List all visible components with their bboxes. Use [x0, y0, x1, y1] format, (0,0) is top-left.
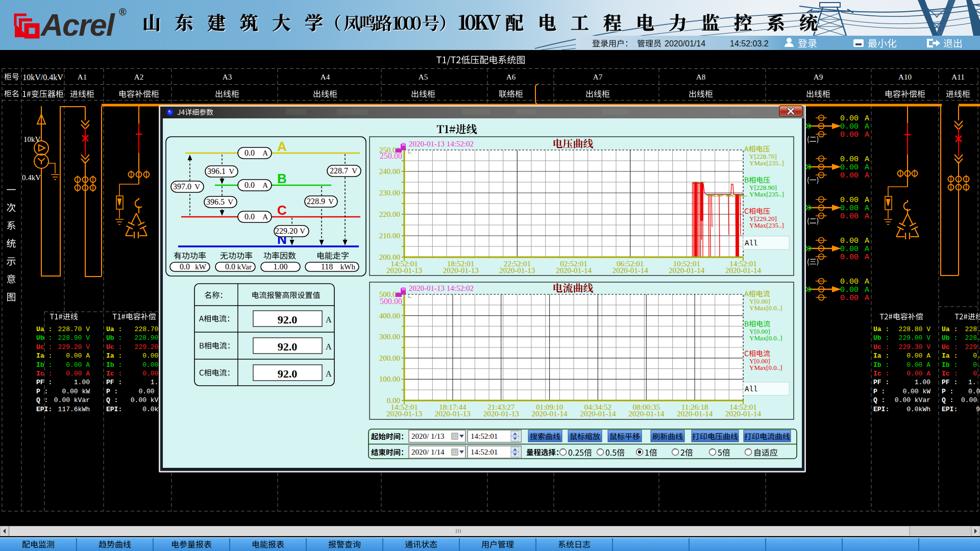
- svg-text:C: C: [277, 203, 287, 218]
- svg-text:kVar: kVar: [237, 263, 252, 271]
- svg-text:228.80 V: 228.80 V: [899, 325, 931, 333]
- svg-text:10kV/0.4kV: 10kV/0.4kV: [22, 73, 63, 82]
- svg-text:0.00 A: 0.00 A: [906, 352, 930, 360]
- svg-text:YMax[235..]: YMax[235..]: [749, 221, 784, 229]
- svg-text:Q :: Q :: [106, 396, 118, 404]
- svg-text:2020-01-14: 2020-01-14: [677, 410, 713, 418]
- svg-text:Q :: Q :: [873, 396, 885, 404]
- svg-text:A2: A2: [134, 73, 143, 81]
- svg-text:0.00 kW: 0.00 kW: [62, 388, 90, 395]
- svg-text:0.00: 0.00: [840, 122, 859, 131]
- svg-text:P :: P :: [942, 388, 953, 395]
- svg-text:A4: A4: [321, 73, 330, 81]
- svg-text:2020/01/14: 2020/01/14: [665, 39, 705, 48]
- svg-text:229.40 V: 229.40 V: [965, 343, 980, 351]
- svg-text:228.80 V: 228.80 V: [965, 325, 980, 333]
- svg-text:1.00: 1.00: [74, 379, 90, 386]
- svg-text:Q :: Q :: [942, 396, 953, 404]
- svg-text:A: A: [865, 294, 869, 303]
- svg-text:0.0: 0.0: [244, 181, 255, 189]
- svg-text:117.6kWh: 117.6kWh: [58, 406, 90, 413]
- svg-text:0.00: 0.00: [840, 294, 859, 303]
- svg-text:A: A: [865, 131, 869, 139]
- svg-text:118: 118: [321, 262, 333, 271]
- svg-text:0.0: 0.0: [244, 148, 255, 157]
- svg-text:Uc :: Uc :: [36, 343, 52, 351]
- svg-text:14:52:03.2: 14:52:03.2: [730, 39, 769, 48]
- svg-text:Q :: Q :: [36, 396, 48, 404]
- svg-text:A10: A10: [898, 73, 912, 81]
- svg-text:Ia :: Ia :: [106, 352, 122, 360]
- svg-text:0.00 A: 0.00 A: [973, 352, 980, 360]
- svg-text:PF :: PF :: [873, 379, 889, 386]
- svg-text:2020/ 1/13: 2020/ 1/13: [411, 432, 445, 440]
- svg-text:220.00: 220.00: [379, 210, 400, 218]
- svg-text:A: A: [865, 286, 869, 294]
- svg-text:YMax[235..]: YMax[235..]: [749, 190, 784, 198]
- svg-text:V: V: [300, 227, 305, 235]
- svg-text:A: A: [865, 114, 869, 123]
- svg-text:9: 9: [976, 406, 980, 413]
- svg-text:YMax[0.0..]: YMax[0.0..]: [749, 304, 782, 312]
- svg-text:0.00: 0.00: [840, 171, 859, 180]
- svg-text:V: V: [228, 198, 233, 206]
- svg-text:A7: A7: [593, 73, 603, 81]
- svg-text:2020-01-13: 2020-01-13: [499, 266, 535, 274]
- svg-text:2020-01-14: 2020-01-14: [628, 410, 664, 418]
- svg-text:500.00: 500.00: [380, 297, 402, 306]
- svg-text:A5: A5: [419, 73, 428, 81]
- svg-text:2020-01-14: 2020-01-14: [725, 410, 761, 418]
- svg-text:Ib :: Ib :: [873, 361, 889, 369]
- svg-text:Ic :: Ic :: [873, 370, 889, 378]
- svg-text:A: A: [326, 369, 332, 378]
- svg-text:0.00 A: 0.00 A: [906, 370, 930, 378]
- svg-text:Ib :: Ib :: [106, 361, 122, 369]
- svg-text:All: All: [745, 239, 757, 247]
- svg-text:YMax[0.0..]: YMax[0.0..]: [749, 334, 782, 342]
- svg-text:Ia :: Ia :: [36, 352, 52, 360]
- svg-text:A: A: [326, 315, 332, 324]
- svg-text:A: A: [262, 213, 268, 221]
- svg-text:Ub :: Ub :: [873, 334, 889, 342]
- svg-text:Ua :: Ua :: [106, 325, 122, 333]
- svg-text:0.00: 0.00: [840, 286, 859, 294]
- svg-text:PF :: PF :: [942, 379, 958, 386]
- svg-text:1.: 1.: [968, 379, 976, 386]
- svg-text:396.1: 396.1: [207, 167, 226, 176]
- svg-text:Uc :: Uc :: [873, 343, 889, 351]
- svg-text:396.5: 396.5: [206, 197, 225, 206]
- svg-text:A1: A1: [78, 73, 87, 81]
- svg-text:EPI:: EPI:: [942, 406, 958, 413]
- svg-text:0.00: 0.00: [840, 245, 859, 254]
- svg-text:92.0: 92.0: [278, 313, 298, 326]
- svg-text:300.00: 300.00: [379, 333, 400, 341]
- svg-text:YMax[235..]: YMax[235..]: [749, 159, 784, 167]
- svg-text:229.30 V: 229.30 V: [899, 343, 931, 351]
- svg-text:A: A: [262, 149, 268, 157]
- svg-text:kW: kW: [195, 263, 207, 271]
- svg-text:0.00 A: 0.00 A: [906, 361, 930, 369]
- svg-text:0.00 kVar: 0.00 kVar: [54, 396, 90, 404]
- svg-text:14:52:01: 14:52:01: [471, 432, 498, 440]
- svg-text:2020-01-13: 2020-01-13: [443, 266, 479, 274]
- svg-text:Ia :: Ia :: [942, 352, 958, 360]
- svg-text:228.90 V: 228.90 V: [965, 334, 980, 342]
- svg-text:0.4kV: 0.4kV: [22, 173, 41, 182]
- svg-text:A: A: [865, 122, 869, 131]
- svg-text:2020-01-14: 2020-01-14: [556, 266, 592, 274]
- svg-text:Ub :: Ub :: [106, 334, 122, 342]
- svg-text:100.00: 100.00: [379, 375, 400, 383]
- svg-text:0.00 A: 0.00 A: [973, 370, 980, 378]
- svg-text:PF :: PF :: [106, 379, 122, 386]
- svg-text:A9: A9: [814, 73, 823, 81]
- svg-text:0.00: 0.00: [840, 155, 859, 164]
- svg-text:2020-01-13: 2020-01-13: [386, 410, 422, 418]
- svg-text:0.00: 0.00: [840, 212, 859, 221]
- svg-text:2020/ 1/14: 2020/ 1/14: [411, 448, 445, 456]
- svg-text:EPI:: EPI:: [873, 406, 889, 413]
- svg-text:YMax[0.0..]: YMax[0.0..]: [749, 364, 782, 371]
- svg-text:A: A: [865, 163, 869, 172]
- svg-text:Ub :: Ub :: [36, 334, 52, 342]
- svg-text:0.00: 0.00: [840, 204, 859, 213]
- svg-text:228.90 V: 228.90 V: [58, 334, 90, 342]
